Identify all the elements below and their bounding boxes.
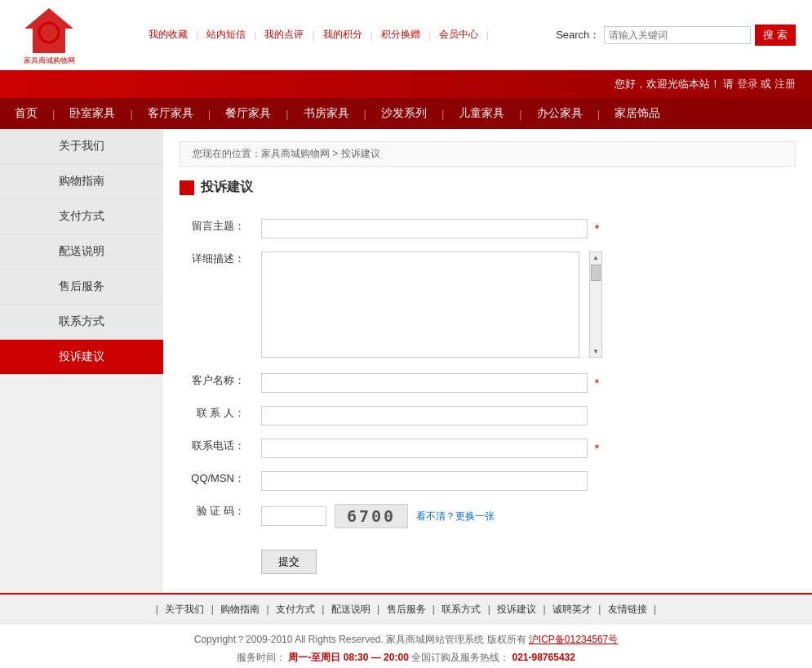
detail-label: 详细描述：: [180, 245, 253, 367]
captcha-image: 6700: [335, 504, 408, 528]
footer-nav-complaint[interactable]: 投诉建议: [497, 603, 536, 615]
field-captcha: 验 证 码： 6700 看不清？更换一张: [180, 497, 796, 535]
scroll-up-arrow[interactable]: ▲: [592, 254, 599, 261]
field-contact: 联 系 人：: [180, 399, 796, 432]
svg-text:家具商城购物网: 家具商城购物网: [24, 56, 75, 65]
top-bar: 家具商城购物网 我的收藏 | 站内短信 | 我的点评 | 我的积分 | 积分换赠…: [0, 0, 812, 70]
sidebar-item-about[interactable]: 关于我们: [0, 129, 163, 164]
logo-area: 家具商城购物网: [16, 4, 82, 65]
or-text: 或: [761, 78, 774, 90]
top-nav-links: 我的收藏 | 站内短信 | 我的点评 | 我的积分 | 积分换赠 | 会员中心 …: [149, 28, 489, 42]
nav-member[interactable]: 会员中心: [439, 28, 478, 42]
welcome-text: 您好，欢迎光临本站！: [615, 78, 721, 90]
content-wrapper: 关于我们 购物指南 支付方式 配送说明 售后服务 联系方式 投诉建议 您现在的位…: [0, 129, 812, 593]
nav-bedroom[interactable]: 卧室家具: [55, 98, 130, 129]
sidebar: 关于我们 购物指南 支付方式 配送说明 售后服务 联系方式 投诉建议: [0, 129, 163, 593]
copyright-line: Copyright？2009-2010 All Rights Reserved.…: [8, 633, 804, 647]
sidebar-item-aftersales[interactable]: 售后服务: [0, 269, 163, 305]
phone-required: *: [595, 442, 599, 455]
search-area: Search： 搜 索: [556, 24, 796, 46]
subject-required: *: [595, 222, 599, 235]
footer-nav-aftersales[interactable]: 售后服务: [387, 603, 426, 615]
page-title-bar: 投诉建议: [180, 179, 796, 196]
main-content: 您现在的位置：家具商城购物网 > 投诉建议 投诉建议 留言主题： * 详细描述：: [163, 129, 812, 593]
subject-input[interactable]: [261, 219, 588, 238]
nav-dining[interactable]: 餐厅家具: [211, 98, 286, 129]
hotline: 021-98765432: [512, 652, 575, 663]
footer-nav-contact[interactable]: 联系方式: [441, 603, 481, 615]
page-title: 投诉建议: [201, 179, 253, 196]
footer-nav: | 关于我们 | 购物指南 | 支付方式 | 配送说明 | 售后服务 | 联系方…: [0, 593, 812, 625]
customer-input[interactable]: [261, 373, 588, 393]
sidebar-item-delivery[interactable]: 配送说明: [0, 234, 163, 269]
search-button[interactable]: 搜 索: [755, 24, 796, 46]
captcha-input[interactable]: [261, 506, 326, 526]
logo-icon: 家具商城购物网: [16, 4, 82, 65]
breadcrumb-home[interactable]: 家具商城购物网: [261, 148, 330, 159]
field-detail: 详细描述： ▲ ▼ *: [180, 245, 796, 367]
textarea-scrollbar: ▲ ▼: [589, 252, 602, 358]
nav-favorites[interactable]: 我的收藏: [149, 28, 188, 42]
submit-button[interactable]: 提交: [261, 550, 317, 574]
breadcrumb: 您现在的位置：家具商城购物网 > 投诉建议: [180, 141, 796, 167]
field-phone: 联系电话： *: [180, 432, 796, 465]
nav-decor[interactable]: 家居饰品: [600, 98, 675, 129]
svg-marker-0: [24, 8, 73, 53]
nav-points[interactable]: 我的积分: [323, 28, 362, 42]
footer-nav-payment[interactable]: 支付方式: [276, 603, 315, 615]
nav-exchange[interactable]: 积分换赠: [381, 28, 420, 42]
nav-study[interactable]: 书房家具: [289, 98, 364, 129]
footer-nav-friends[interactable]: 友情链接: [608, 603, 647, 615]
contact-label: 联 系 人：: [180, 399, 253, 432]
field-customer: 客户名称： *: [180, 367, 796, 399]
field-subject: 留言主题： *: [180, 212, 796, 245]
login-link[interactable]: 登录: [737, 78, 758, 90]
contact-input[interactable]: [261, 406, 588, 425]
breadcrumb-text: 您现在的位置：家具商城购物网 > 投诉建议: [193, 148, 380, 159]
captcha-box: 6700 看不清？更换一张: [261, 504, 788, 528]
icp-link[interactable]: 沪ICP备01234567号: [529, 634, 618, 645]
main-nav: 首页 | 卧室家具 | 客厅家具 | 餐厅家具 | 书房家具 | 沙发系列 | …: [0, 98, 812, 129]
customer-label: 客户名称：: [180, 367, 253, 399]
sidebar-item-guide[interactable]: 购物指南: [0, 164, 163, 199]
phone-label: 联系电话：: [180, 432, 253, 465]
search-input[interactable]: [604, 26, 751, 44]
footer-nav-recruit[interactable]: 诚聘英才: [552, 603, 592, 615]
nav-home[interactable]: 首页: [0, 98, 52, 129]
scroll-thumb: [591, 265, 601, 281]
title-icon: [180, 180, 194, 195]
nav-office[interactable]: 办公家具: [522, 98, 597, 129]
qq-label: QQ/MSN：: [180, 465, 253, 497]
footer-info: Copyright？2009-2010 All Rights Reserved.…: [0, 625, 812, 668]
submit-row: 提交: [180, 535, 796, 581]
footer-nav-about[interactable]: 关于我们: [165, 603, 204, 615]
subject-label: 留言主题：: [180, 212, 253, 245]
customer-required: *: [595, 376, 599, 390]
captcha-refresh-link[interactable]: 看不清？更换一张: [416, 510, 495, 523]
welcome-bar: 您好，欢迎光临本站！ 请 登录 或 注册: [0, 70, 812, 98]
phone-input[interactable]: [261, 439, 588, 458]
service-time-line: 服务时间： 周一-至周日 08:30 — 20:00 全国订购及服务热线： 02…: [8, 651, 804, 665]
sidebar-item-payment[interactable]: 支付方式: [0, 199, 163, 234]
field-qq: QQ/MSN：: [180, 465, 796, 497]
captcha-label: 验 证 码：: [180, 497, 253, 535]
complaint-form: 留言主题： * 详细描述： ▲ ▼: [180, 212, 796, 581]
footer-nav-delivery[interactable]: 配送说明: [331, 603, 371, 615]
login-prefix: 请: [723, 78, 734, 90]
service-time: 周一-至周日 08:30 — 20:00: [288, 652, 408, 663]
scroll-down-arrow[interactable]: ▼: [592, 348, 599, 355]
detail-textarea[interactable]: [261, 252, 579, 358]
nav-kids[interactable]: 儿童家具: [444, 98, 519, 129]
search-label: Search：: [556, 28, 600, 42]
nav-reviews[interactable]: 我的点评: [264, 28, 304, 42]
nav-sofa[interactable]: 沙发系列: [366, 98, 441, 129]
nav-messages[interactable]: 站内短信: [206, 28, 246, 42]
qq-input[interactable]: [261, 471, 588, 491]
sidebar-item-contact[interactable]: 联系方式: [0, 305, 163, 340]
footer-nav-guide[interactable]: 购物指南: [220, 603, 260, 615]
register-link[interactable]: 注册: [774, 78, 796, 90]
nav-living[interactable]: 客厅家具: [133, 98, 208, 129]
textarea-wrapper: ▲ ▼: [261, 252, 589, 360]
sidebar-item-complaint[interactable]: 投诉建议: [0, 340, 163, 375]
